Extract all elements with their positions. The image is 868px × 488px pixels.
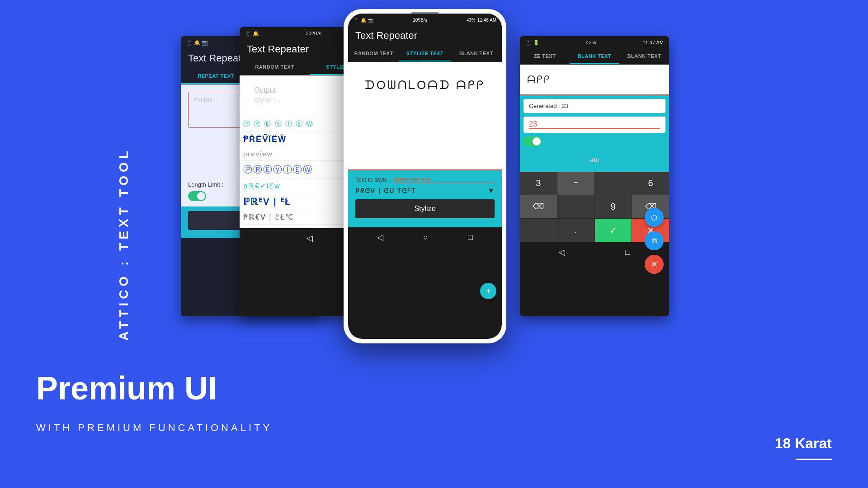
main-status-bar: 📱 🔔 📷 109B/s 43% 11:46 AM xyxy=(348,14,502,26)
main-input-value[interactable]: download app xyxy=(394,176,495,183)
right-toggle-row xyxy=(524,136,665,146)
main-input-area: Text to Style : download app ᑭᖇᕮᐯ | ᕮᑌ T… xyxy=(348,170,502,227)
phones-showcase-area: 📱 🔔 📷 302B/s 🔋 Text Repeater REPEAT TEXT… xyxy=(181,0,868,488)
phone-main-inner: 📱 🔔 📷 109B/s 43% 11:46 AM Text Repeater … xyxy=(348,14,502,339)
right-back-btn[interactable]: ◁ xyxy=(559,247,565,257)
right-tab-blank2[interactable]: BLANK TEXT xyxy=(619,49,669,64)
right-status-icons: 📱 🔋 xyxy=(525,40,539,46)
left-toggle[interactable] xyxy=(188,191,206,201)
right-battery: 43% xyxy=(586,40,596,45)
main-fab-plus[interactable]: + xyxy=(480,283,496,299)
left-toggle-knob xyxy=(197,192,205,200)
right-toggle[interactable] xyxy=(524,136,542,146)
main-tab-stylize[interactable]: STYLIZE TEXT xyxy=(399,46,450,61)
right-home-btn[interactable]: □ xyxy=(625,248,630,257)
main-time: 11:46 AM xyxy=(477,18,496,23)
midleft-back-btn[interactable]: ◁ xyxy=(307,233,313,243)
right-output-area: ᗩᑭᑭ xyxy=(520,65,669,95)
plus-icon: + xyxy=(486,286,491,296)
main-status-right: 43% 11:46 AM xyxy=(467,18,496,23)
midleft-speed: 302B/s xyxy=(306,31,321,36)
copy-icon: ⧉ xyxy=(652,237,657,245)
main-nav-bar: ◁ ○ □ xyxy=(348,227,502,247)
right-fab-share[interactable]: ⬡ xyxy=(645,208,664,227)
brand-vertical-label: ATTICO : TEXT TOOL xyxy=(117,147,131,341)
right-counter-box: Generated : 23 xyxy=(524,99,665,113)
left-status-icons: 📱 🔔 📷 xyxy=(186,40,208,46)
main-input-label-row: Text to Style : download app xyxy=(355,176,495,183)
right-counter-label: Generated : 23 xyxy=(529,103,568,109)
right-num-input[interactable]: 23 xyxy=(529,120,660,129)
camera-icon: 📷 xyxy=(368,18,373,23)
right-tabs-bar: ZE TEXT BLANK TEXT BLANK TEXT xyxy=(520,49,669,65)
main-status-info: 109B/s xyxy=(413,18,427,23)
numpad-empty3 xyxy=(520,219,557,242)
left-length-label: Length Limit : xyxy=(188,181,223,188)
numpad-6[interactable]: 6 xyxy=(632,172,669,195)
right-toggle-knob xyxy=(533,137,541,145)
midleft-status-icons: 📱 🔔 xyxy=(245,31,259,37)
right-tab-ze[interactable]: ZE TEXT xyxy=(520,49,570,64)
left-input-display: ZVLRN... xyxy=(193,97,217,103)
numpad-empty2 xyxy=(557,195,594,218)
main-style-select-row: ᑭᖇᕮᐯ | ᕮᑌ TᕮᑦT ▼ xyxy=(355,187,495,195)
main-home-btn[interactable]: ○ xyxy=(423,233,428,242)
right-teal-area: Generated : 23 23 ate xyxy=(520,95,669,172)
right-fab-copy[interactable]: ⧉ xyxy=(645,231,664,250)
right-generated-text: ᗩᑭᑭ xyxy=(527,70,662,89)
main-battery: 43% xyxy=(467,18,476,23)
right-time: 11:47 AM xyxy=(643,40,664,45)
numpad-backspace1[interactable]: ⌫ xyxy=(520,195,557,218)
numpad-confirm[interactable]: ✓ xyxy=(595,219,632,242)
midleft-tab-random[interactable]: RANDOM TEXT xyxy=(240,60,310,75)
numpad-minus[interactable]: − xyxy=(557,172,594,195)
phone-right: 📱 🔋 43% 11:47 AM ZE TEXT BLANK TEXT BLAN… xyxy=(520,36,669,316)
right-status-bar: 📱 🔋 43% 11:47 AM xyxy=(520,36,669,49)
main-tabs-bar: RANDOM TEXT STYLIZE TEXT BLANK TEXT xyxy=(348,46,502,62)
notification-icon: 🔔 xyxy=(361,18,366,23)
main-stylize-btn[interactable]: Stylize xyxy=(355,199,495,218)
share-icon: ⬡ xyxy=(651,213,657,222)
main-app-title: Text Repeater xyxy=(355,30,417,41)
dropdown-icon[interactable]: ▼ xyxy=(487,187,495,195)
right-generate-btn[interactable]: ate xyxy=(524,152,665,168)
main-tab-random[interactable]: RANDOM TEXT xyxy=(348,46,399,61)
whatsapp-icon: 📱 xyxy=(354,18,359,23)
main-style-preview[interactable]: ᑭᖇᕮᐯ | ᕮᑌ TᕮᑦT xyxy=(355,187,487,195)
right-num-input-box: 23 xyxy=(524,117,665,133)
right-numpad: 3 − 6 ⌫ 9 ⌫ . ✓ ✕ xyxy=(520,172,669,242)
numpad-3[interactable]: 3 xyxy=(520,172,557,195)
numpad-empty1 xyxy=(595,172,632,195)
right-fab-delete[interactable]: ✕ xyxy=(645,255,664,274)
main-styled-output: ᗪOᗯᑎᒪOᗩᗪ ᗩᑭᑭ xyxy=(355,69,495,101)
numpad-dot[interactable]: . xyxy=(557,219,594,242)
main-tab-blank[interactable]: BLANK TEXT xyxy=(451,46,502,61)
delete-icon: ✕ xyxy=(651,259,658,269)
main-status-left-icons: 📱 🔔 📷 xyxy=(354,18,373,23)
main-output-area: ᗪOᗯᑎᒪOᗩᗪ ᗩᑭᑭ xyxy=(348,62,502,170)
main-back-btn[interactable]: ◁ xyxy=(377,232,383,242)
main-app-header: Text Repeater xyxy=(348,26,502,46)
numpad-9[interactable]: 9 xyxy=(595,195,632,218)
right-counter-row: Generated : 23 xyxy=(529,103,660,109)
main-input-label: Text to Style : xyxy=(355,176,391,183)
main-recents-btn[interactable]: □ xyxy=(468,233,473,242)
midleft-app-title: Text Repeater xyxy=(247,43,309,55)
right-tab-blank1[interactable]: BLANK TEXT xyxy=(570,49,619,64)
phone-main: 📱 🔔 📷 109B/s 43% 11:46 AM Text Repeater … xyxy=(344,9,506,343)
